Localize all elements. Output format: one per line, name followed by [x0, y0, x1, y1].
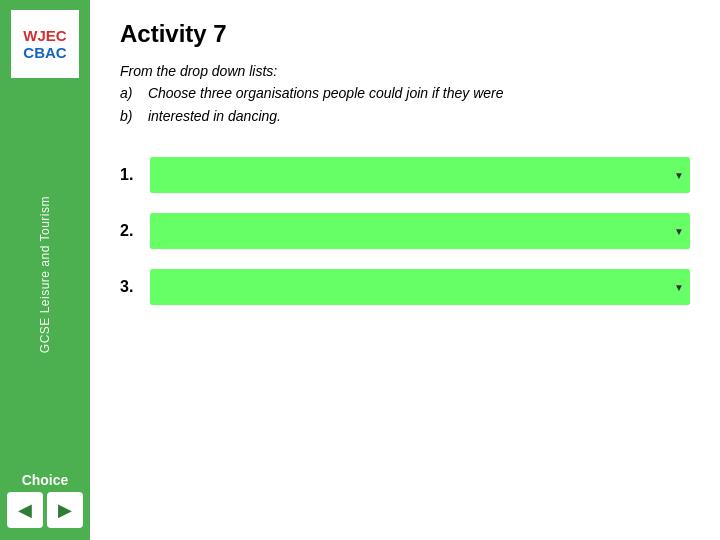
dropdown-wrapper-2: Option 1 Option 2 Option 3: [150, 213, 690, 249]
activity-title: Activity 7: [120, 20, 690, 48]
instruction-line1: From the drop down lists:: [120, 60, 690, 82]
dropdown-number-3: 3.: [120, 278, 150, 296]
logo-top: WJEC: [23, 27, 66, 44]
dropdown-wrapper-1: Option 1 Option 2 Option 3: [150, 157, 690, 193]
sidebar-vertical-label: GCSE Leisure and Tourism: [38, 196, 52, 353]
instruction-line3-label: b): [120, 105, 144, 127]
nav-buttons: ◀ ▶: [7, 492, 83, 528]
instruction-line2-text: Choose three organisations people could …: [148, 85, 504, 101]
dropdown-number-1: 1.: [120, 166, 150, 184]
dropdown-select-1[interactable]: Option 1 Option 2 Option 3: [150, 157, 690, 193]
dropdown-number-2: 2.: [120, 222, 150, 240]
dropdown-row-2: 2. Option 1 Option 2 Option 3: [120, 213, 690, 249]
logo: WJEC CBAC: [11, 10, 79, 78]
instruction-line2: a) Choose three organisations people cou…: [120, 82, 690, 104]
instruction-line3: b) interested in dancing.: [120, 105, 690, 127]
sidebar-bottom: Choice ◀ ▶: [7, 472, 83, 528]
sidebar: WJEC CBAC GCSE Leisure and Tourism Choic…: [0, 0, 90, 540]
nav-next-button[interactable]: ▶: [47, 492, 83, 528]
choice-label: Choice: [22, 472, 69, 488]
instructions: From the drop down lists: a) Choose thre…: [120, 60, 690, 127]
nav-prev-button[interactable]: ◀: [7, 492, 43, 528]
dropdown-select-2[interactable]: Option 1 Option 2 Option 3: [150, 213, 690, 249]
sidebar-middle: GCSE Leisure and Tourism: [38, 78, 52, 472]
dropdown-wrapper-3: Option 1 Option 2 Option 3: [150, 269, 690, 305]
dropdown-row-3: 3. Option 1 Option 2 Option 3: [120, 269, 690, 305]
dropdown-row-1: 1. Option 1 Option 2 Option 3: [120, 157, 690, 193]
instruction-line2-label: a): [120, 82, 144, 104]
main-content: Activity 7 From the drop down lists: a) …: [90, 0, 720, 540]
instruction-line3-text: interested in dancing.: [148, 108, 281, 124]
dropdown-select-3[interactable]: Option 1 Option 2 Option 3: [150, 269, 690, 305]
logo-bottom: CBAC: [23, 44, 66, 61]
